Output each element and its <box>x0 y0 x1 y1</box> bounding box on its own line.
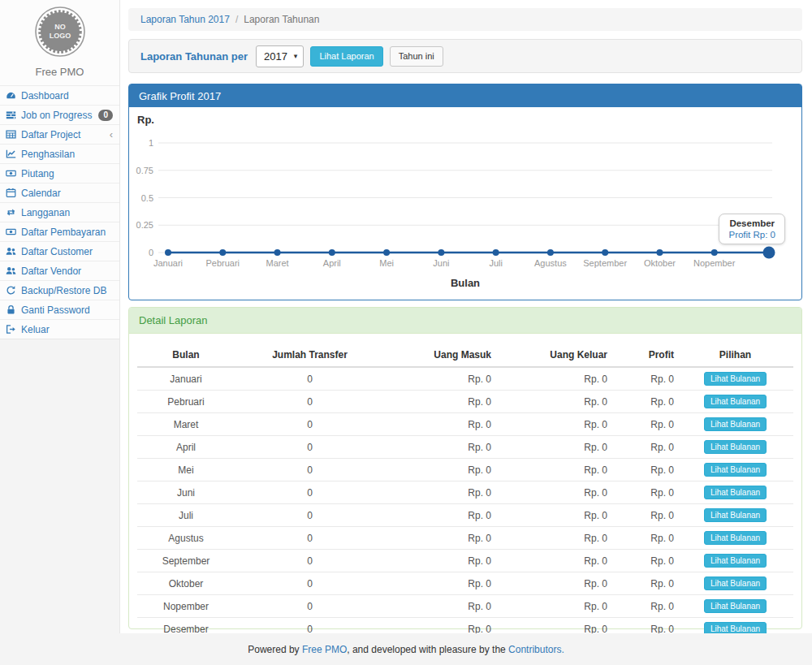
monthly-report-table: BulanJumlah TransferUang MasukUang Kelua… <box>137 343 793 660</box>
svg-text:LOGO: LOGO <box>49 32 71 40</box>
lihat-bulanan-button[interactable]: Lihat Bulanan <box>704 463 767 477</box>
lihat-bulanan-button[interactable]: Lihat Bulanan <box>704 508 767 522</box>
cell-uang-masuk: Rp. 0 <box>385 459 495 481</box>
cell-uang-keluar: Rp. 0 <box>495 459 611 481</box>
cell-profit: Rp. 0 <box>611 527 677 550</box>
sidebar-background <box>0 334 120 633</box>
cell-uang-keluar: Rp. 0 <box>495 504 611 527</box>
table-row-januari: Januari0Rp. 0Rp. 0Rp. 0Lihat Bulanan <box>137 367 793 391</box>
page-footer: Powered by Free PMO, and developed with … <box>0 633 812 665</box>
sidebar-item-ganti-password[interactable]: Ganti Password <box>0 300 119 319</box>
table-row-september: September0Rp. 0Rp. 0Rp. 0Lihat Bulanan <box>137 550 793 572</box>
cell-bulan: Pebruari <box>137 391 235 413</box>
sign-out-icon <box>6 324 16 335</box>
lihat-bulanan-button[interactable]: Lihat Bulanan <box>704 599 767 613</box>
cell-profit: Rp. 0 <box>611 436 677 459</box>
sidebar-item-label: Keluar <box>21 324 50 335</box>
sidebar-item-daftar-customer[interactable]: Daftar Customer <box>0 241 119 261</box>
cell-uang-masuk: Rp. 0 <box>385 413 495 436</box>
report-toolbar: Laporan Tahunan per 2017 ▾ Lihat Laporan… <box>128 39 802 73</box>
sidebar-item-daftar-vendor[interactable]: Daftar Vendor <box>0 261 119 280</box>
cell-uang-masuk: Rp. 0 <box>385 550 495 572</box>
breadcrumb-link[interactable]: Laporan Tahun 2017 <box>140 14 230 25</box>
lihat-bulanan-button[interactable]: Lihat Bulanan <box>704 486 767 499</box>
cell-bulan: Juni <box>137 481 235 504</box>
cell-uang-masuk: Rp. 0 <box>385 391 495 413</box>
refresh-icon <box>6 285 16 296</box>
sidebar-item-label: Backup/Restore DB <box>21 285 106 296</box>
year-select[interactable]: 2017 ▾ <box>256 45 304 67</box>
svg-text:April: April <box>323 258 341 268</box>
sidebar-item-job-on-progress[interactable]: Job on Progress0 <box>0 105 119 124</box>
sidebar-item-langganan[interactable]: Langganan <box>0 202 119 222</box>
sidebar-item-daftar-pembayaran[interactable]: Daftar Pembayaran <box>0 222 119 241</box>
cell-uang-masuk: Rp. 0 <box>385 436 495 459</box>
lihat-bulanan-button[interactable]: Lihat Bulanan <box>704 554 767 568</box>
lihat-bulanan-button[interactable]: Lihat Bulanan <box>704 531 767 545</box>
cell-profit: Rp. 0 <box>611 459 677 481</box>
tasks-icon <box>6 110 16 120</box>
cell-uang-keluar: Rp. 0 <box>495 391 611 413</box>
sidebar-item-piutang[interactable]: Piutang <box>0 163 119 183</box>
svg-text:Januari: Januari <box>153 258 183 268</box>
contributors-link[interactable]: Contributors. <box>508 644 564 655</box>
column-header-pilihan: Pilihan <box>677 343 793 367</box>
cell-uang-keluar: Rp. 0 <box>495 595 611 618</box>
cell-bulan: September <box>137 550 235 572</box>
lihat-bulanan-button[interactable]: Lihat Bulanan <box>704 440 767 454</box>
svg-text:Agustus: Agustus <box>534 258 567 268</box>
cell-profit: Rp. 0 <box>611 367 677 391</box>
table-row-maret: Maret0Rp. 0Rp. 0Rp. 0Lihat Bulanan <box>137 413 793 436</box>
cell-jumlah-transfer: 0 <box>235 436 385 459</box>
cell-profit: Rp. 0 <box>611 391 677 413</box>
cell-uang-masuk: Rp. 0 <box>385 504 495 527</box>
cell-uang-keluar: Rp. 0 <box>495 436 611 459</box>
column-header-uang-keluar: Uang Keluar <box>495 343 611 367</box>
cell-profit: Rp. 0 <box>611 595 677 618</box>
cell-jumlah-transfer: 0 <box>235 527 385 550</box>
lihat-bulanan-button[interactable]: Lihat Bulanan <box>704 576 767 590</box>
caret-down-icon: ▾ <box>294 52 298 60</box>
users-icon <box>6 246 16 257</box>
brand-name: Free PMO <box>0 63 119 85</box>
cell-bulan: Januari <box>137 367 235 391</box>
breadcrumb-separator: / <box>235 14 238 25</box>
cell-jumlah-transfer: 0 <box>235 459 385 481</box>
cell-uang-keluar: Rp. 0 <box>495 572 611 595</box>
profit-chart-panel: Grafik Profit 2017 Rp.10.750.50.250Janua… <box>128 84 802 300</box>
sidebar-item-label: Dashboard <box>21 90 69 101</box>
profit-line-chart[interactable]: Rp.10.750.50.250JanuariPebruariMaretApri… <box>129 107 801 300</box>
svg-text:Juli: Juli <box>489 258 503 268</box>
table-row-april: April0Rp. 0Rp. 0Rp. 0Lihat Bulanan <box>137 436 793 459</box>
sidebar-item-calendar[interactable]: Calendar <box>0 183 119 202</box>
cell-jumlah-transfer: 0 <box>235 572 385 595</box>
tooltip-label: Desember <box>728 218 775 228</box>
lihat-laporan-button[interactable]: Lihat Laporan <box>310 46 382 67</box>
sidebar-item-dashboard[interactable]: Dashboard <box>0 85 119 105</box>
free-pmo-link[interactable]: Free PMO <box>302 644 347 655</box>
detail-report-panel: Detail Laporan BulanJumlah TransferUang … <box>128 307 802 629</box>
cell-uang-masuk: Rp. 0 <box>385 595 495 618</box>
lihat-bulanan-button[interactable]: Lihat Bulanan <box>704 372 767 386</box>
cell-bulan: Nopember <box>137 595 235 618</box>
chart-tooltip: Desember Profit Rp: 0 <box>719 214 785 244</box>
cell-profit: Rp. 0 <box>611 572 677 595</box>
sidebar-item-label: Piutang <box>21 168 54 179</box>
users-icon <box>6 266 16 276</box>
table-row-pebruari: Pebruari0Rp. 0Rp. 0Rp. 0Lihat Bulanan <box>137 391 793 413</box>
table-row-mei: Mei0Rp. 0Rp. 0Rp. 0Lihat Bulanan <box>137 459 793 481</box>
cell-jumlah-transfer: 0 <box>235 413 385 436</box>
cell-jumlah-transfer: 0 <box>235 595 385 618</box>
sidebar-item-daftar-project[interactable]: Daftar Project‹ <box>0 124 119 144</box>
cell-jumlah-transfer: 0 <box>235 550 385 572</box>
tooltip-value: Profit Rp: 0 <box>728 230 775 240</box>
no-logo-icon: NO LOGO <box>34 6 86 58</box>
tahun-ini-button[interactable]: Tahun ini <box>390 46 443 67</box>
sidebar-item-penghasilan[interactable]: Penghasilan <box>0 144 119 163</box>
footer-text-middle: , and developed with pleasure by the <box>347 644 508 655</box>
lihat-bulanan-button[interactable]: Lihat Bulanan <box>704 395 767 408</box>
sidebar-item-backup-restore-db[interactable]: Backup/Restore DB <box>0 280 119 300</box>
lihat-bulanan-button[interactable]: Lihat Bulanan <box>704 417 767 431</box>
sidebar-item-keluar[interactable]: Keluar <box>0 319 119 339</box>
year-select-value: 2017 <box>264 50 287 63</box>
